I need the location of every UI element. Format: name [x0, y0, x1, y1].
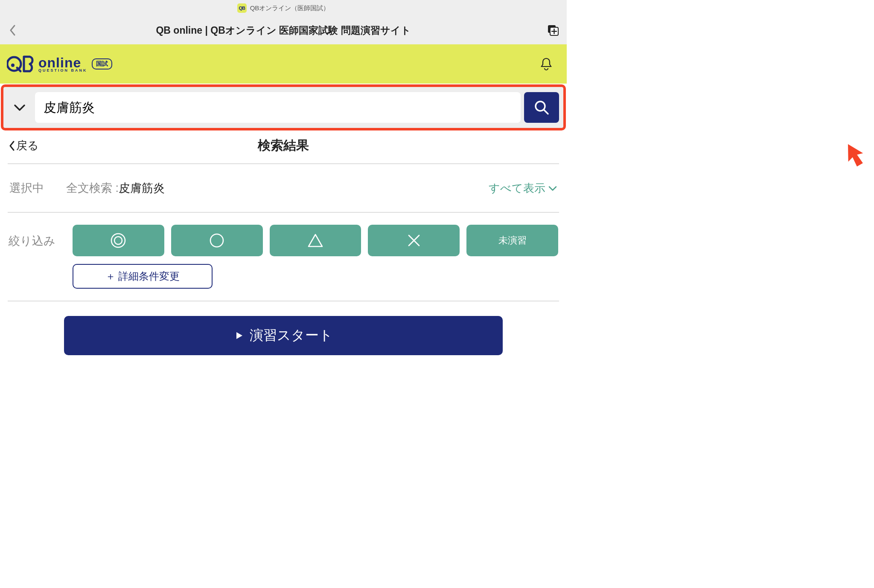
filter-unpracticed-label: 未演習 [498, 234, 527, 247]
show-all-button[interactable]: すべて表示 [489, 181, 557, 196]
svg-point-7 [111, 234, 125, 247]
qb-logo-mark [7, 53, 35, 75]
double-circle-icon [110, 232, 127, 249]
chevron-left-icon [9, 140, 15, 151]
filter-circle-button[interactable] [171, 225, 263, 256]
chevron-left-icon [9, 24, 17, 36]
play-icon [234, 331, 244, 340]
browser-back-button[interactable] [5, 23, 20, 38]
filter-section: 絞り込み 未演習 ＋ 詳細条件変更 [0, 213, 567, 289]
svg-point-8 [114, 237, 122, 244]
search-icon [533, 99, 550, 116]
filter-unpracticed-button[interactable]: 未演習 [466, 225, 558, 256]
detail-conditions-button[interactable]: ＋ 詳細条件変更 [73, 264, 213, 289]
back-label: 戻る [16, 138, 39, 153]
add-tab-button[interactable] [546, 23, 560, 37]
svg-point-5 [536, 101, 545, 111]
chevron-down-icon [548, 185, 557, 191]
brand-logo-text: online [38, 56, 87, 70]
brand-logo-subtext: QUESTION BANK [38, 69, 87, 72]
filter-button-row: 未演習 [73, 225, 558, 256]
results-title: 検索結果 [258, 137, 309, 154]
bell-icon [539, 57, 554, 71]
app-name-label: QBオンライン（医師国試） [250, 4, 330, 12]
practice-start-button[interactable]: 演習スタート [64, 316, 503, 355]
brand-logo-badge: 国試 [92, 58, 112, 70]
search-bar-container [1, 84, 566, 130]
practice-start-label: 演習スタート [250, 326, 333, 345]
add-tab-icon [548, 25, 559, 36]
search-category-dropdown[interactable] [8, 93, 32, 122]
selection-prefix: 全文検索 : [66, 180, 119, 196]
search-input[interactable] [35, 92, 521, 123]
selection-label: 選択中 [9, 180, 44, 196]
browser-nav-bar: QB online | QBオンライン 医師国家試験 問題演習サイト [0, 16, 567, 44]
brand-logo[interactable]: online QUESTION BANK 国試 [7, 53, 112, 75]
svg-line-6 [544, 110, 548, 114]
active-selection-row: 選択中 全文検索 : 皮膚筋炎 すべて表示 [0, 164, 567, 212]
chevron-down-icon [14, 104, 26, 111]
filter-triangle-button[interactable] [270, 225, 361, 256]
svg-point-9 [210, 234, 223, 247]
filter-x-button[interactable] [368, 225, 460, 256]
search-button[interactable] [524, 92, 559, 123]
status-bar: QB QBオンライン（医師国試） [0, 0, 567, 16]
notifications-button[interactable] [538, 55, 555, 72]
detail-conditions-label: ＋ 詳細条件変更 [105, 269, 180, 283]
svg-point-3 [11, 64, 15, 67]
page-title: QB online | QBオンライン 医師国家試験 問題演習サイト [0, 24, 567, 37]
triangle-icon [307, 232, 324, 249]
selection-term: 皮膚筋炎 [119, 180, 165, 196]
selection-value: 全文検索 : 皮膚筋炎 [66, 180, 466, 196]
x-icon [405, 232, 422, 249]
results-header-row: 戻る 検索結果 [0, 130, 567, 163]
show-all-label: すべて表示 [489, 181, 545, 196]
back-button[interactable]: 戻る [9, 138, 39, 153]
brand-header: online QUESTION BANK 国試 [0, 44, 567, 84]
filter-label: 絞り込み [9, 225, 60, 249]
divider [8, 301, 559, 301]
circle-icon [208, 232, 225, 249]
app-icon: QB [237, 3, 247, 13]
filter-double-circle-button[interactable] [73, 225, 164, 256]
